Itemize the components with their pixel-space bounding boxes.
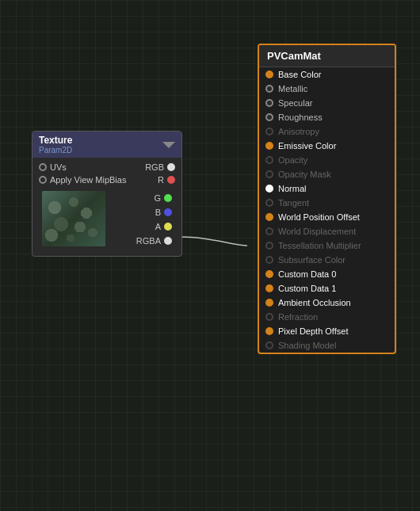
- mipbias-label: Apply View MipBias: [50, 175, 126, 185]
- uvs-right-label: RGB: [145, 162, 164, 172]
- g-output-row: G: [115, 193, 175, 204]
- pin-refraction[interactable]: Refraction: [259, 310, 395, 324]
- specular-label: Specular: [278, 98, 312, 108]
- anisotropy-pin: [265, 128, 273, 135]
- ambient-occlusion-pin: [265, 299, 273, 307]
- metallic-label: Metallic: [278, 84, 307, 93]
- custom-data-0-label: Custom Data 0: [278, 269, 336, 279]
- shading-model-label: Shading Model: [278, 341, 336, 350]
- refraction-label: Refraction: [278, 312, 318, 322]
- pin-custom-data-1[interactable]: Custom Data 1: [259, 281, 395, 296]
- pin-emissive[interactable]: Emissive Color: [259, 139, 395, 153]
- pin-tessellation[interactable]: Tessellation Multiplier: [259, 238, 395, 253]
- specular-pin: [265, 99, 273, 107]
- b-pin[interactable]: [164, 208, 172, 216]
- roughness-pin: [265, 113, 273, 121]
- pin-shading-model[interactable]: Shading Model: [259, 338, 395, 353]
- emissive-pin: [265, 142, 273, 150]
- mipbias-output-pin[interactable]: [167, 176, 175, 184]
- pin-specular[interactable]: Specular: [259, 96, 395, 110]
- custom-data-0-pin: [265, 270, 273, 278]
- a-output-row: A: [115, 221, 175, 232]
- normal-label: Normal: [278, 184, 306, 193]
- world-position-offset-label: World Position Offset: [278, 212, 360, 222]
- roughness-label: Roughness: [278, 112, 323, 122]
- tangent-label: Tangent: [278, 198, 309, 208]
- b-output-row: B: [115, 207, 175, 218]
- pin-base-color[interactable]: Base Color: [259, 67, 395, 82]
- pin-opacity-mask[interactable]: Opacity Mask: [259, 167, 395, 181]
- a-label: A: [155, 222, 161, 231]
- collapse-icon[interactable]: [162, 142, 175, 148]
- metallic-pin: [265, 85, 273, 93]
- a-pin[interactable]: [164, 223, 172, 231]
- world-position-offset-pin: [265, 213, 273, 221]
- shading-model-pin: [265, 341, 273, 349]
- custom-data-1-label: Custom Data 1: [278, 284, 336, 293]
- base-color-label: Base Color: [278, 70, 321, 79]
- pin-world-position-offset[interactable]: World Position Offset: [259, 210, 395, 224]
- pin-opacity[interactable]: Opacity: [259, 153, 395, 167]
- uvs-row: UVs RGB: [32, 161, 181, 174]
- pin-normal[interactable]: Normal: [259, 181, 395, 196]
- texture-node-body: UVs RGB Apply View MipBias R: [32, 158, 181, 256]
- uvs-input-pin[interactable]: [39, 163, 47, 171]
- ambient-occlusion-label: Ambient Occlusion: [278, 298, 351, 307]
- g-pin[interactable]: [164, 194, 172, 202]
- normal-pin: [265, 185, 273, 193]
- rgba-label: RGBA: [136, 236, 161, 246]
- pin-custom-data-0[interactable]: Custom Data 0: [259, 267, 395, 281]
- world-displacement-label: World Displacement: [278, 227, 356, 236]
- pin-pixel-depth-offset[interactable]: Pixel Depth Offset: [259, 324, 395, 338]
- mipbias-row: Apply View MipBias R: [32, 174, 181, 186]
- tangent-pin: [265, 199, 273, 207]
- world-displacement-pin: [265, 227, 273, 235]
- opacity-pin: [265, 156, 273, 164]
- g-label: G: [154, 193, 161, 203]
- tessellation-pin: [265, 242, 273, 250]
- emissive-label: Emissive Color: [278, 141, 336, 151]
- tessellation-label: Tessellation Multiplier: [278, 241, 361, 250]
- material-node-title: PVCamMat: [267, 50, 387, 62]
- opacity-label: Opacity: [278, 155, 307, 165]
- texture-node-subtitle: Param2D: [39, 146, 72, 154]
- anisotropy-label: Anisotropy: [278, 127, 319, 136]
- material-node[interactable]: PVCamMat Base Color Metallic Specular Ro…: [258, 44, 396, 354]
- mipbias-right-label: R: [158, 175, 164, 185]
- refraction-pin: [265, 313, 273, 321]
- texture-node-title: Texture: [39, 135, 72, 146]
- pin-tangent[interactable]: Tangent: [259, 196, 395, 210]
- rgba-output-row: RGBA: [115, 235, 175, 246]
- pin-metallic[interactable]: Metallic: [259, 82, 395, 96]
- pin-world-displacement[interactable]: World Displacement: [259, 224, 395, 238]
- pin-subsurface[interactable]: Subsurface Color: [259, 253, 395, 267]
- texture-node[interactable]: Texture Param2D UVs RGB Apply View MipBi…: [32, 131, 182, 257]
- rgba-pin[interactable]: [164, 237, 172, 245]
- texture-node-header: Texture Param2D: [32, 132, 181, 158]
- custom-data-1-pin: [265, 284, 273, 292]
- base-color-pin: [265, 71, 273, 78]
- texture-preview: [42, 191, 105, 246]
- uvs-output-pin[interactable]: [167, 163, 175, 171]
- pin-roughness[interactable]: Roughness: [259, 110, 395, 124]
- opacity-mask-pin: [265, 170, 273, 178]
- uvs-label: UVs: [50, 162, 67, 172]
- pin-ambient-occlusion[interactable]: Ambient Occlusion: [259, 296, 395, 310]
- opacity-mask-label: Opacity Mask: [278, 170, 331, 179]
- pin-anisotropy[interactable]: Anisotropy: [259, 124, 395, 139]
- mipbias-input-pin[interactable]: [39, 176, 47, 184]
- pixel-depth-offset-pin: [265, 327, 273, 335]
- pixel-depth-offset-label: Pixel Depth Offset: [278, 326, 348, 336]
- b-label: B: [155, 208, 161, 217]
- subsurface-pin: [265, 256, 273, 264]
- material-node-header: PVCamMat: [259, 45, 395, 67]
- subsurface-label: Subsurface Color: [278, 255, 346, 265]
